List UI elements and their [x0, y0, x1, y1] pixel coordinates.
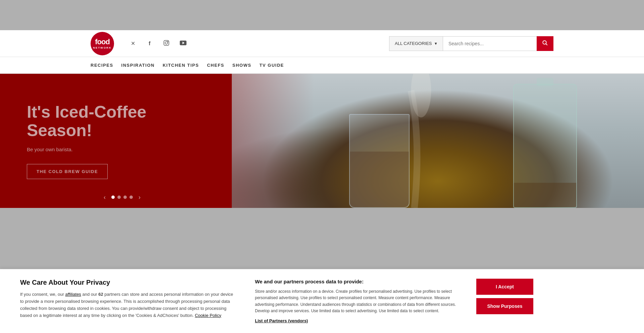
- partners-count: 62: [98, 292, 103, 297]
- carousel-next[interactable]: ›: [136, 193, 144, 201]
- logo[interactable]: food network: [91, 32, 114, 55]
- youtube-link[interactable]: [178, 38, 189, 49]
- carousel-dot-1[interactable]: [111, 196, 115, 199]
- logo-network-text: network: [93, 46, 111, 50]
- hero-overlay: [232, 74, 644, 208]
- nav-inspiration[interactable]: INSPIRATION: [121, 57, 163, 73]
- hero-title: It's Iced-Coffee Season!: [27, 103, 205, 140]
- hero-section: It's Iced-Coffee Season! Be your own bar…: [0, 74, 644, 208]
- category-dropdown[interactable]: ALL CATEGORIES ▾: [389, 36, 443, 51]
- cookie-text-1: If you consent, we, our: [20, 292, 65, 297]
- accept-button[interactable]: I Accept: [476, 279, 533, 295]
- top-bar: [0, 0, 644, 30]
- twitter-link[interactable]: ✕: [127, 38, 138, 49]
- search-button[interactable]: [537, 36, 553, 51]
- cookie-text-2: and our: [81, 292, 98, 297]
- cookie-purposes-title: We and our partners process data to prov…: [255, 279, 456, 284]
- cookie-buttons: I Accept Show Purposes: [476, 279, 533, 314]
- affiliates-link[interactable]: affiliates: [65, 292, 81, 297]
- search-area: ALL CATEGORIES ▾: [389, 36, 553, 51]
- hero-content: It's Iced-Coffee Season! Be your own bar…: [0, 74, 232, 208]
- nav-recipes[interactable]: RECIPES: [91, 57, 121, 73]
- nav-chefs[interactable]: CHEFS: [207, 57, 232, 73]
- svg-point-1: [165, 42, 168, 44]
- social-icons: ✕ f: [127, 38, 189, 49]
- svg-point-2: [167, 41, 168, 42]
- nav-tv-guide[interactable]: TV GUIDE: [259, 57, 292, 73]
- carousel-prev[interactable]: ‹: [101, 193, 109, 201]
- cookie-purposes-text: Store and/or access information on a dev…: [255, 288, 456, 314]
- header: food network ✕ f: [0, 30, 644, 57]
- svg-rect-0: [164, 40, 169, 45]
- carousel-dot-3[interactable]: [123, 196, 127, 199]
- youtube-icon: [180, 41, 186, 47]
- cookie-banner: We Care About Your Privacy If you consen…: [0, 269, 644, 333]
- logo-area[interactable]: food network: [91, 32, 114, 55]
- category-label: ALL CATEGORIES: [395, 41, 432, 46]
- cookie-left-section: We Care About Your Privacy If you consen…: [20, 279, 235, 319]
- facebook-link[interactable]: f: [144, 38, 155, 49]
- svg-point-5: [543, 41, 546, 44]
- main-nav: RECIPES INSPIRATION KITCHEN TIPS CHEFS S…: [0, 57, 644, 74]
- nav-kitchen-tips[interactable]: KITCHEN TIPS: [163, 57, 207, 73]
- cookie-title: We Care About Your Privacy: [20, 279, 235, 286]
- hero-image: [232, 74, 644, 208]
- instagram-link[interactable]: [161, 38, 172, 49]
- hero-background: [232, 74, 644, 208]
- show-purposes-button[interactable]: Show Purposes: [476, 298, 533, 314]
- logo-food-text: food: [95, 38, 110, 46]
- nav-shows[interactable]: SHOWS: [232, 57, 260, 73]
- list-of-partners-link[interactable]: List of Partners (vendors): [255, 318, 308, 323]
- carousel-dot-2[interactable]: [117, 196, 121, 199]
- search-icon: [542, 40, 548, 47]
- facebook-icon: f: [149, 41, 150, 47]
- twitter-icon: ✕: [131, 40, 135, 47]
- search-input[interactable]: [443, 36, 537, 51]
- cookie-policy-link[interactable]: Cookie Policy: [195, 313, 221, 318]
- chevron-down-icon: ▾: [435, 41, 437, 46]
- carousel-controls: ‹ ›: [101, 193, 144, 201]
- svg-line-6: [546, 44, 547, 45]
- cookie-body: If you consent, we, our affiliates and o…: [20, 291, 235, 319]
- cold-brew-guide-button[interactable]: THE COLD BREW GUIDE: [27, 164, 108, 179]
- cookie-middle-section: We and our partners process data to prov…: [255, 279, 456, 324]
- carousel-dot-4[interactable]: [129, 196, 133, 199]
- hero-subtitle: Be your own barista.: [27, 147, 205, 152]
- instagram-icon: [163, 40, 169, 47]
